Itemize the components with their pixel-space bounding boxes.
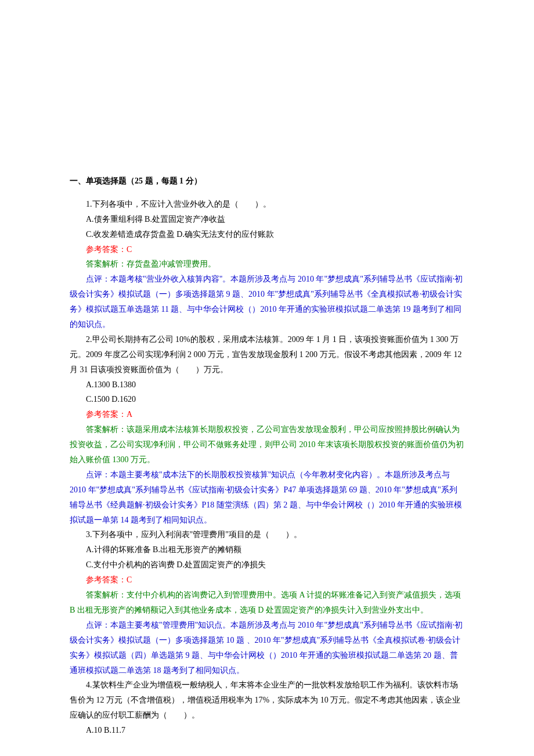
q4-options-ab: A.10 B.11.7 bbox=[70, 723, 464, 738]
q1-options-cd: C.收发差错造成存货盘盈 D.确实无法支付的应付账款 bbox=[70, 227, 464, 242]
q1-options-ab: A.债务重组利得 B.处置固定资产净收益 bbox=[70, 212, 464, 227]
q2-explain: 答案解析：该题采用成本法核算长期股权投资，乙公司宣告发放现金股利，甲公司应按照持… bbox=[70, 422, 464, 467]
q3-explain: 答案解析：支付中介机构的咨询费记入到管理费用中。选项 A 计提的坏账准备记入到资… bbox=[70, 588, 464, 618]
q3-comment: 点评：本题主要考核"管理费用"知识点。本题所涉及考点与 2010 年"梦想成真"… bbox=[70, 618, 464, 678]
document-page: 一、单项选择题（25 题，每题 1 分） 1.下列各项中，不应计入营业外收入的是… bbox=[0, 0, 534, 756]
q2-options-cd: C.1500 D.1620 bbox=[70, 392, 464, 407]
q1-explain: 答案解析：存货盘盈冲减管理费用。 bbox=[70, 257, 464, 272]
q3-options-ab: A.计得的坏账准备 B.出租无形资产的摊销额 bbox=[70, 542, 464, 557]
section-title: 一、单项选择题（25 题，每题 1 分） bbox=[70, 174, 464, 189]
q1-stem: 1.下列各项中，不应计入营业外收入的是（ ）。 bbox=[70, 197, 464, 212]
q1-answer: 参考答案：C bbox=[70, 242, 464, 257]
q1-comment: 点评：本题考核"营业外收入核算内容"。本题所涉及考点与 2010 年"梦想成真"… bbox=[70, 272, 464, 332]
q3-options-cd: C.支付中介机构的咨询费 D.处置固定资产的净损失 bbox=[70, 557, 464, 573]
q2-comment: 点评：本题主要考核"成本法下的长期股权投资核算"知识点（今年教材变化内容）。本题… bbox=[70, 467, 464, 528]
q2-stem: 2.甲公司长期持有乙公司 10%的股权，采用成本法核算。2009 年 1 月 1… bbox=[70, 332, 464, 377]
q2-options-ab: A.1300 B.1380 bbox=[70, 377, 464, 393]
q3-stem: 3.下列各项中，应列入利润表"管理费用"项目的是（ ）。 bbox=[70, 527, 464, 542]
q2-answer: 参考答案：A bbox=[70, 407, 464, 422]
q4-stem: 4.某饮料生产企业为增值税一般纳税人，年末将本企业生产的一批饮料发放给职工作为福… bbox=[70, 678, 464, 723]
q3-answer: 参考答案：C bbox=[70, 573, 464, 588]
